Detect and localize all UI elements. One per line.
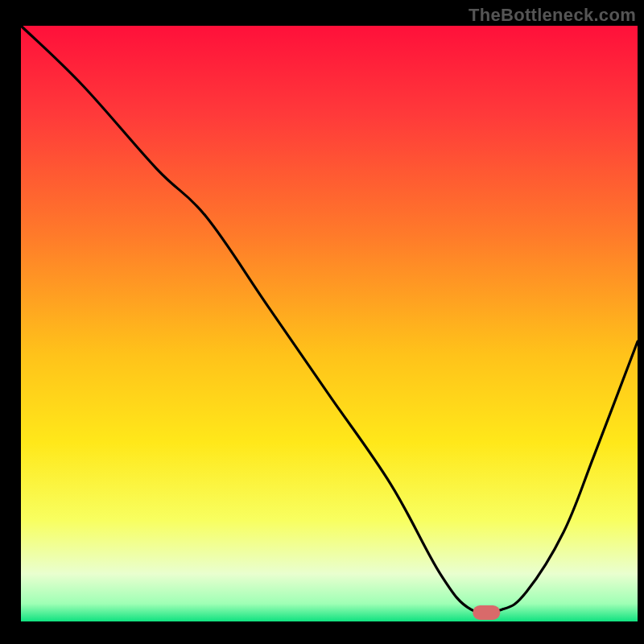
gradient-background bbox=[21, 26, 638, 621]
attribution-text: TheBottleneck.com bbox=[469, 5, 636, 26]
plot-area bbox=[21, 26, 638, 621]
bottleneck-chart bbox=[0, 0, 644, 644]
optimal-marker bbox=[473, 605, 500, 620]
